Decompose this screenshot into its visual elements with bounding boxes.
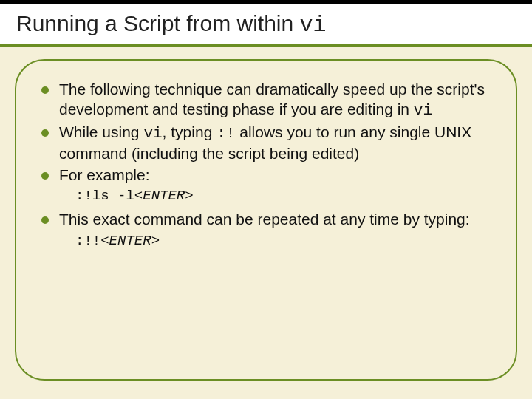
bullet-mono-text: vi: [143, 125, 162, 142]
bullet-mono-text: vi: [414, 102, 432, 119]
bullet-text: While using: [59, 123, 143, 140]
horizontal-rule: [0, 44, 532, 47]
title-mono: vi: [300, 13, 327, 38]
sub-command: :!!<ENTER>: [75, 233, 494, 249]
bullet-item: This exact command can be repeated at an…: [38, 210, 494, 230]
bullet-list: The following technique can dramatically…: [38, 80, 494, 249]
content-box: The following technique can dramatically…: [15, 59, 517, 381]
command-text: :!ls -l: [75, 188, 134, 204]
bullet-text: , typing: [163, 123, 217, 140]
bullet-mono-text: :!: [216, 125, 235, 142]
command-text: :!!: [75, 233, 100, 249]
bullet-item: For example:: [38, 166, 494, 185]
bullet-text: This exact command can be repeated at an…: [59, 211, 470, 228]
bullet-text: For example:: [59, 166, 150, 183]
bullet-item: While using vi, typing :! allows you to …: [38, 123, 494, 164]
enter-key: <ENTER>: [100, 233, 160, 249]
slide-title: Running a Script from within vi: [16, 11, 327, 38]
title-text: Running a Script from within: [16, 11, 300, 35]
bullet-item: The following technique can dramatically…: [38, 80, 494, 121]
enter-key: <ENTER>: [134, 188, 194, 204]
title-bar: Running a Script from within vi: [0, 0, 532, 44]
sub-command: :!ls -l<ENTER>: [75, 188, 494, 204]
